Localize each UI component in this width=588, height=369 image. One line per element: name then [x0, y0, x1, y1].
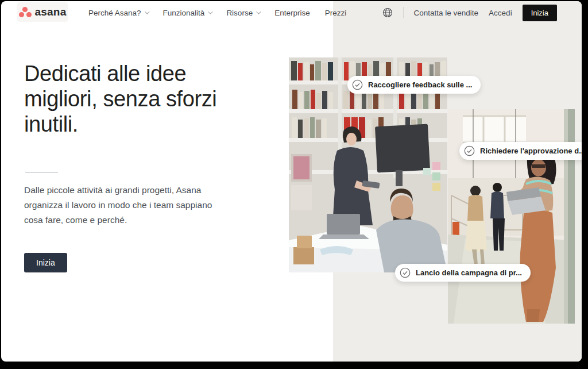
- asana-logo[interactable]: asana: [17, 2, 68, 22]
- task-pill-feedback: Raccogliere feedback sulle ...: [347, 76, 481, 94]
- task-pill-approvazione: Richiedere l'approvazione d...: [459, 142, 582, 160]
- primary-nav-links: Perché Asana? Funzionalità Risorse Enter…: [88, 1, 346, 24]
- nav-item-label: Funzionalità: [163, 9, 205, 17]
- top-navigation: asana Perché Asana? Funzionalità Risorse…: [1, 1, 582, 24]
- contact-sales-link[interactable]: Contatta le vendite: [414, 9, 479, 17]
- chevron-down-icon: [145, 9, 149, 14]
- nav-divider: [403, 7, 404, 18]
- nav-item-enterprise[interactable]: Enterprise: [274, 9, 310, 17]
- hero-get-started-button[interactable]: Inizia: [24, 253, 67, 272]
- nav-item-label: Prezzi: [325, 9, 347, 17]
- nav-item-label: Enterprise: [274, 9, 310, 17]
- chevron-down-icon: [208, 9, 213, 14]
- nav-item-funzionalita[interactable]: Funzionalità: [163, 9, 212, 17]
- check-circle-icon: [464, 145, 475, 156]
- page-frame: asana Perché Asana? Funzionalità Risorse…: [1, 1, 582, 362]
- asana-logo-icon: [19, 6, 32, 18]
- nav-get-started-button[interactable]: Inizia: [523, 5, 557, 21]
- nav-item-perche-asana[interactable]: Perché Asana?: [88, 9, 148, 17]
- nav-item-label: Risorse: [226, 9, 253, 17]
- nav-item-prezzi[interactable]: Prezzi: [325, 9, 347, 17]
- task-pill-label: Lancio della campagna di pr...: [416, 268, 522, 277]
- hero-heading: Dedicati alle idee migliori, senza sforz…: [24, 61, 254, 137]
- task-pill-label: Richiedere l'approvazione d...: [480, 147, 582, 155]
- hero-divider: [25, 172, 58, 172]
- login-link[interactable]: Accedi: [489, 9, 512, 17]
- hero-paragraph: Dalle piccole attività ai grandi progett…: [24, 183, 222, 228]
- chevron-down-icon: [256, 9, 261, 14]
- nav-item-risorse[interactable]: Risorse: [226, 9, 260, 17]
- asana-logo-text: asana: [35, 6, 67, 18]
- check-circle-icon: [352, 79, 363, 90]
- nav-right-cluster: Contatta le vendite Accedi Inizia: [382, 1, 557, 24]
- photo-workshop-scene: [448, 109, 575, 324]
- nav-item-label: Perché Asana?: [88, 9, 141, 17]
- task-pill-campagna: Lancio della campagna di pr...: [395, 264, 531, 282]
- globe-icon[interactable]: [382, 7, 393, 18]
- task-pill-label: Raccogliere feedback sulle ...: [368, 80, 472, 89]
- check-circle-icon: [400, 267, 411, 278]
